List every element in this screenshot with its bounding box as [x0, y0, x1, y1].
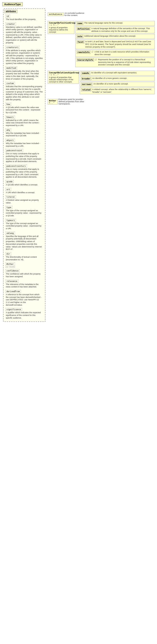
attr-derivedfrom-name: derivedFrom [5, 290, 21, 293]
item-narrower: narrower An identifier of a more specifi… [80, 82, 155, 87]
attr-xmlang: xmlang Specifies the language of this an… [5, 231, 44, 252]
concept-rel-group-mult: ——► 0...* [49, 74, 77, 76]
attr-how-name: how [5, 103, 11, 106]
attr-pubconstrainturi-desc: One or many constraints that apply to pu… [5, 168, 43, 179]
attr-creator-name: creator [5, 22, 16, 26]
concept-rel-group-box: ConceptRelationshipsGroup ——► 0...* A gr… [48, 71, 79, 84]
attr-custom-desc: Indicates that the corresponding propert… [5, 85, 43, 101]
attr-id: id The local identifier of the property. [5, 14, 44, 22]
attr-hash-other-name: #other [5, 262, 15, 266]
attr-how-desc: A QCode which means the value was extrac… [5, 106, 43, 114]
attr-why: why Why the metadata has been included -… [5, 128, 44, 138]
attr-whyuri: whyuri Why the metadata has been include… [5, 138, 44, 148]
attr-creator: creator Mandatory value is not defined, … [5, 22, 44, 45]
attr-whyuri-name: whyuri [5, 139, 15, 142]
attr-pubconstrainturi: pubconstrainturi One or many constraints… [5, 164, 44, 179]
attr-howuri-name: howuri [5, 116, 15, 119]
attr-significance-name: significance [5, 308, 22, 311]
attr-uri-desc: A URI which identifies a concept. [5, 191, 43, 194]
item-hierarchyinfo-label: hierarchyInfo [77, 58, 94, 62]
item-name-label: name [77, 22, 83, 25]
concept-def-group-label: ConceptDefinitionGroup [49, 22, 73, 24]
attr-id-name: id [5, 15, 10, 18]
attr-creatoruri: creatoruri If the attribute is empty, sp… [5, 45, 44, 66]
item-remoteinfo-desc: A link to an item in a web resource whic… [94, 51, 153, 56]
attr-dir: dir The directionality of textual conten… [5, 252, 44, 262]
attr-hash-other: #other use: ##other [5, 262, 44, 268]
item-related: related A related concept, where the rel… [80, 87, 155, 94]
attr-type: type The type of the concept assigned as… [5, 206, 44, 218]
attr-relevance-desc: The relevance of the metadata to the new… [5, 283, 43, 288]
diagram-container: AudienceType attributes id The local ide… [0, 0, 157, 644]
item-remoteinfo-label: remoteInfo [77, 51, 90, 54]
attr-qcode-desc: A QCode which identifies a concept. [5, 184, 43, 186]
attr-qcode: qcode A QCode which identifies a concept… [5, 180, 44, 187]
item-broader-desc: An identifier of a more generic concept. [92, 77, 127, 80]
attr-creator-desc: Mandatory value is not defined, specifie… [5, 26, 43, 44]
attr-confidence: confidence The confidence with which the… [5, 269, 44, 278]
concept-def-group-box: ConceptDefinitionGroup ——► 0...* A group… [48, 21, 74, 34]
attr-typeuri-name: typeuri [5, 219, 16, 222]
attr-uri: uri A URI which identifies a concept. [5, 188, 44, 195]
attr-pubconstraint-desc: One or many constraints that apply to pu… [5, 152, 43, 163]
item-broader-label: broader [81, 77, 91, 80]
attr-why-name: why [5, 128, 11, 132]
attr-custom: custom Indicates that the corresponding … [5, 81, 44, 102]
attr-confidence-desc: The confidence with which the property h… [5, 272, 43, 278]
item-facet-label: facet [77, 40, 84, 44]
attr-qcode-name: qcode [5, 180, 14, 183]
attr-modified-desc: Stores (optionally, the time) when the p… [5, 70, 43, 81]
attr-custom-name: custom [5, 82, 15, 85]
other-label: #other [49, 100, 56, 102]
item-hierarchyinfo: hierarchyInfo ⓘ Represents the position … [75, 58, 155, 67]
item-sameas: sameAs An identifier of a concept with e… [80, 71, 155, 76]
attributes-section: attributes id The local identifier of th… [3, 8, 45, 322]
attr-literal-name: literal [5, 196, 16, 198]
item-sameas-desc: An identifier of a concept with equivale… [91, 72, 137, 74]
attributes-title: attributes [5, 10, 17, 13]
item-facet: facet In NAR 1.8 and later, facet is dep… [75, 40, 155, 49]
item-facet-desc: In NAR 1.8 and later, facet is deprecate… [85, 40, 153, 48]
remoteinfo-icon: ⓘ [91, 51, 93, 53]
attr-derivedfrom: derivedFrom A reference to the concept f… [5, 290, 44, 307]
attr-confidence-name: confidence [5, 269, 20, 272]
attr-pubconstraint: pubconstraint One or many constraints th… [5, 148, 44, 164]
attr-typeuri-desc: The type of the concept assigned as cont… [5, 222, 43, 230]
concept-rel-group-label: ConceptRelationshipsGroup [49, 72, 77, 74]
attr-relevance-name: relevance [5, 280, 19, 283]
item-related-label: related [81, 88, 91, 91]
attr-how: how A QCode which means the value was ex… [5, 102, 44, 115]
diagram-title: AudienceType [2, 2, 23, 6]
concept-def-group-mult: ——► 0...* [49, 24, 73, 26]
attr-pubconstrainturi-name: pubconstrainturi [5, 164, 27, 168]
hierarchyinfo-icon: ⓘ [95, 58, 97, 61]
attr-significance-desc: A qualifier which indicates the expected… [5, 311, 43, 320]
attr-dir-desc: The directionality of textual content (e… [5, 256, 43, 261]
item-name: name The natural language name for the c… [75, 21, 155, 26]
item-remoteinfo: remoteInfo ⓘ A link to an item in a web … [75, 50, 155, 57]
item-note-desc: Additional natural language information … [84, 35, 136, 38]
item-sameas-label: sameAs [81, 72, 90, 75]
attr-literal-desc: A freetext value assigned as property va… [5, 199, 43, 204]
attr-xmlang-desc: Specifies the language of this and all p… [5, 235, 43, 251]
other-box: #other 0...* [48, 99, 58, 104]
item-name-desc: The natural language name for the concep… [84, 22, 123, 24]
attr-whyuri-desc: Why the metadata has been included - exp… [5, 142, 43, 148]
attr-relevance: relevance The relevance of the metadata … [5, 279, 44, 289]
item-hierarchyinfo-desc: Represents the position of a concept in … [98, 58, 153, 66]
attr-modified-name: modified [5, 66, 17, 70]
item-definition-label: definition [77, 27, 90, 30]
attr-type-name: type [5, 206, 13, 209]
item-definition-desc: A natural language definition of the sem… [91, 27, 153, 32]
other-desc: Extension point for provider-defined pro… [59, 98, 90, 105]
item-broader: broader An identifier of a more generic … [80, 76, 155, 81]
attr-hash-other-use: use: ##other [5, 266, 43, 268]
concept-def-group-desc: A group of properties required to define… [49, 26, 73, 33]
attr-literal: literal A freetext value assigned as pro… [5, 195, 44, 205]
item-definition: definition A natural language definition… [75, 26, 155, 33]
attr-xmlang-name: xmlang [5, 232, 15, 235]
attr-pubconstraint-name: pubconstraint [5, 149, 23, 152]
item-narrower-desc: An identifier of a more specific concept… [93, 83, 128, 85]
attr-uri-name: uri [5, 188, 11, 191]
attr-type-desc: The type of the concept assigned as cont… [5, 209, 43, 218]
